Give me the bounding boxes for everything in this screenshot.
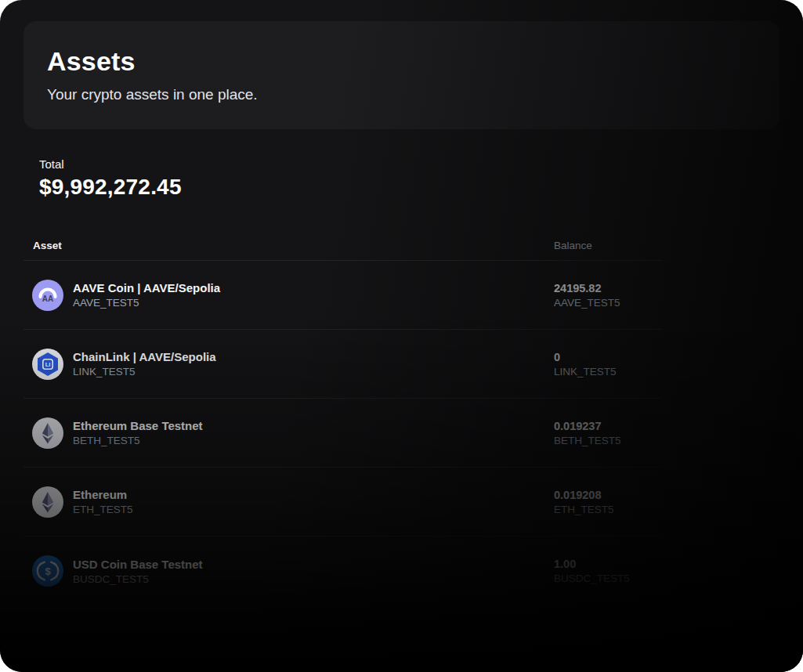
balance-value: 0.019237 bbox=[554, 420, 621, 432]
table-header: Asset Balance bbox=[24, 233, 662, 261]
column-header-balance: Balance bbox=[554, 240, 592, 251]
chainlink-icon: LI bbox=[32, 349, 63, 380]
assets-page: Assets Your crypto assets in one place. … bbox=[0, 0, 803, 672]
asset-symbol: ETH_TEST5 bbox=[73, 504, 133, 515]
balance-value: 0.019208 bbox=[554, 489, 614, 501]
svg-text:$: $ bbox=[45, 565, 51, 577]
usd-coin-icon: $ bbox=[32, 555, 63, 587]
asset-name: AAVE Coin | AAVE/Sepolia bbox=[73, 281, 220, 294]
page-title: Assets bbox=[47, 46, 756, 77]
asset-row-chainlink[interactable]: LI ChainLink | AAVE/Sepolia LINK_TEST5 0… bbox=[24, 330, 662, 399]
asset-name: Ethereum Base Testnet bbox=[73, 419, 203, 432]
asset-symbol: AAVE_TEST5 bbox=[73, 297, 220, 309]
asset-row-aave[interactable]: AA AAVE Coin | AAVE/Sepolia AAVE_TEST5 2… bbox=[24, 261, 662, 330]
balance-value: 1.00 bbox=[554, 558, 630, 570]
balance-symbol: LINK_TEST5 bbox=[554, 366, 617, 378]
balance-symbol: BETH_TEST5 bbox=[554, 435, 621, 446]
asset-name: ChainLink | AAVE/Sepolia bbox=[73, 350, 216, 363]
asset-symbol: BETH_TEST5 bbox=[73, 435, 203, 446]
total-amount: $9,992,272.45 bbox=[39, 175, 182, 200]
svg-text:LI: LI bbox=[45, 361, 51, 368]
asset-row-beth[interactable]: Ethereum Base Testnet BETH_TEST5 0.01923… bbox=[24, 399, 662, 468]
balance-symbol: BUSDC_TEST5 bbox=[554, 573, 630, 584]
asset-name: Ethereum bbox=[73, 488, 133, 501]
asset-table: Asset Balance AA AAVE Coin | AAVE/Sepoli… bbox=[24, 233, 662, 605]
aave-coin-icon: AA bbox=[32, 280, 63, 311]
page-header-card: Assets Your crypto assets in one place. bbox=[24, 21, 779, 129]
ethereum-icon bbox=[32, 486, 63, 518]
asset-row-eth[interactable]: Ethereum ETH_TEST5 0.019208 ETH_TEST5 bbox=[24, 468, 662, 537]
total-label: Total bbox=[39, 157, 182, 171]
ethereum-icon bbox=[32, 417, 63, 449]
svg-text:AA: AA bbox=[42, 294, 53, 302]
balance-value: 0 bbox=[554, 351, 617, 363]
asset-name: USD Coin Base Testnet bbox=[73, 558, 203, 571]
asset-row-busdc[interactable]: $ USD Coin Base Testnet BUSDC_TEST5 1.00… bbox=[24, 537, 662, 605]
page-subtitle: Your crypto assets in one place. bbox=[47, 86, 756, 103]
column-header-asset: Asset bbox=[33, 240, 62, 251]
balance-value: 24195.82 bbox=[554, 282, 620, 294]
asset-symbol: LINK_TEST5 bbox=[73, 366, 216, 378]
total-section: Total $9,992,272.45 bbox=[39, 157, 182, 200]
asset-symbol: BUSDC_TEST5 bbox=[73, 573, 203, 585]
balance-symbol: AAVE_TEST5 bbox=[554, 297, 620, 309]
balance-symbol: ETH_TEST5 bbox=[554, 504, 614, 515]
